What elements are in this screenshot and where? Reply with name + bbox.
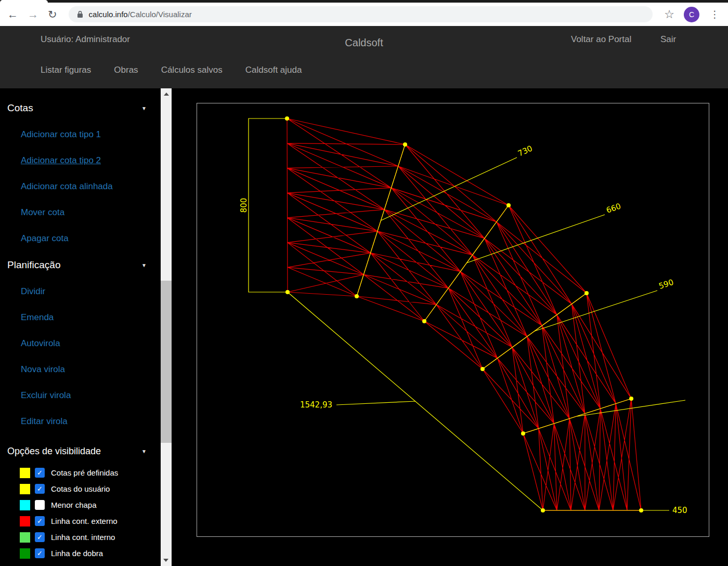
visibility-row: ✓Linha de dobra (0, 545, 159, 561)
section-title: Cotas (7, 102, 33, 114)
dimension-label: 660 (605, 201, 622, 215)
visibility-row: ✓Cotas do usuário (0, 481, 159, 497)
visibility-checkbox[interactable]: ✓ (35, 468, 45, 478)
sidebar-item-excluir-virola[interactable]: Excluir virola (0, 383, 159, 409)
sidebar-item-editar-virola[interactable]: Editar virola (0, 409, 159, 435)
app-header: Usuário: Administrador Caldsoft Voltar a… (0, 26, 728, 88)
visibility-checkbox[interactable] (35, 500, 45, 510)
nav-item-listar-figuras[interactable]: Listar figuras (41, 65, 91, 75)
color-swatch (20, 532, 30, 543)
visibility-row: ✓Linha cont. interno (0, 529, 159, 545)
url-host: calculo.info (89, 10, 128, 19)
visibility-checkbox[interactable]: ✓ (35, 516, 45, 526)
avatar-letter: C (689, 10, 694, 19)
chevron-down-icon: ▼ (141, 262, 147, 268)
visibility-checkbox[interactable]: ✓ (35, 532, 45, 542)
dimension-660: 660 (424, 201, 622, 321)
viewport: 8007306605904501542,93 (173, 88, 728, 566)
dimension-label: 1542,93 (300, 400, 332, 410)
visibility-label: Linha cont. externo (51, 517, 118, 525)
url-path: /Calculo/Visualizar (128, 10, 192, 19)
bookmark-star-icon[interactable]: ☆ (664, 8, 674, 21)
sidebar-item-adicionar-cota-tipo-1[interactable]: Adicionar cota tipo 1 (0, 122, 159, 148)
chevron-down-icon: ▼ (141, 449, 147, 454)
visibility-label: Cotas do usuário (51, 484, 110, 493)
color-swatch (20, 484, 30, 494)
drawing-frame: 8007306605904501542,93 (197, 103, 709, 537)
sidebar-item-adicionar-cota-tipo-2[interactable]: Adicionar cota tipo 2 (0, 148, 159, 174)
nav-item-caldsoft-ajuda[interactable]: Caldsoft ajuda (245, 65, 302, 75)
sidebar-item-mover-cota[interactable]: Mover cota (0, 200, 159, 226)
logout-link[interactable]: Sair (660, 34, 676, 45)
mesh-lines (287, 119, 641, 510)
section-header-cotas[interactable]: Cotas▼ (0, 95, 159, 122)
scroll-down-arrow-icon[interactable] (163, 559, 168, 562)
url-text: calculo.info/Calculo/Visualizar (89, 10, 192, 19)
address-bar[interactable]: calculo.info/Calculo/Visualizar (69, 6, 653, 22)
forward-icon[interactable]: → (28, 9, 38, 20)
visibility-label: Menor chapa (51, 501, 97, 509)
browser-menu-icon[interactable]: ⋮ (709, 8, 721, 20)
visibility-checkbox[interactable]: ✓ (35, 548, 45, 558)
visibility-label: Linha cont. interno (51, 533, 115, 542)
section-title: Opções de visibilidade (7, 446, 101, 457)
color-swatch (20, 548, 30, 559)
scroll-up-arrow-icon[interactable] (164, 93, 169, 96)
sidebar-item-nova-virola[interactable]: Nova virola (0, 357, 159, 383)
sidebar-item-adicionar-cota-alinhada[interactable]: Adicionar cota alinhada (0, 174, 159, 200)
sidebar-item-dividir[interactable]: Dividir (0, 279, 159, 305)
browser-tab[interactable] (0, 0, 48, 3)
section-title: Planificação (7, 259, 60, 271)
color-swatch (20, 516, 30, 526)
visibility-label: Linha de dobra (51, 549, 103, 558)
main-nav: Listar figurasObrasCálculos salvosCaldso… (41, 65, 302, 75)
dimension-label: 450 (672, 506, 687, 515)
visibility-row: ✓Linha cont. externo (0, 513, 159, 529)
dimension-1542-93: 1542,93 (288, 292, 543, 510)
sidebar-scrollbar (159, 88, 173, 566)
dimension-450: 450 (543, 506, 687, 515)
lock-icon (77, 10, 83, 18)
scrollbar-track[interactable] (161, 88, 172, 566)
visibility-row: ✓Cotas pré definidas (0, 465, 159, 481)
visibility-row: Menor chapa (0, 497, 159, 513)
sidebar: Cotas▼Adicionar cota tipo 1Adicionar cot… (0, 88, 159, 566)
sidebar-item-apagar-cota[interactable]: Apagar cota (0, 226, 159, 252)
color-swatch (20, 468, 30, 478)
chevron-down-icon: ▼ (141, 106, 147, 111)
visibility-label: Cotas pré definidas (51, 468, 118, 477)
sidebar-item-autovirola[interactable]: Autovirola (0, 331, 159, 357)
drawing-canvas[interactable]: 8007306605904501542,93 (197, 103, 709, 536)
nav-item-calculos-salvos[interactable]: Cálculos salvos (161, 65, 223, 75)
content: Cotas▼Adicionar cota tipo 1Adicionar cot… (0, 88, 728, 566)
window-top-strip (0, 0, 728, 3)
section-header-opcoes-de-visibilidade[interactable]: Opções de visibilidade▼ (0, 438, 159, 465)
browser-toolbar: ← → ↻ calculo.info/Calculo/Visualizar ☆ … (0, 3, 728, 26)
dimension-label: 730 (516, 143, 534, 158)
portal-link[interactable]: Voltar ao Portal (571, 34, 631, 45)
dimension-label: 800 (239, 198, 249, 213)
profile-avatar[interactable]: C (684, 7, 699, 22)
scrollbar-thumb[interactable] (161, 281, 172, 443)
section-endpoint-dots (285, 116, 643, 512)
color-swatch (20, 500, 30, 510)
dimension-800: 800 (239, 119, 288, 292)
back-icon[interactable]: ← (7, 9, 18, 20)
reload-icon[interactable]: ↻ (48, 9, 57, 20)
sidebar-item-emenda[interactable]: Emenda (0, 305, 159, 331)
dimension-label: 590 (658, 278, 675, 291)
dimension-590: 590 (483, 278, 674, 369)
section-header-planificacao[interactable]: Planificação▼ (0, 252, 159, 279)
nav-item-obras[interactable]: Obras (114, 65, 138, 75)
visibility-checkbox[interactable]: ✓ (35, 484, 45, 494)
